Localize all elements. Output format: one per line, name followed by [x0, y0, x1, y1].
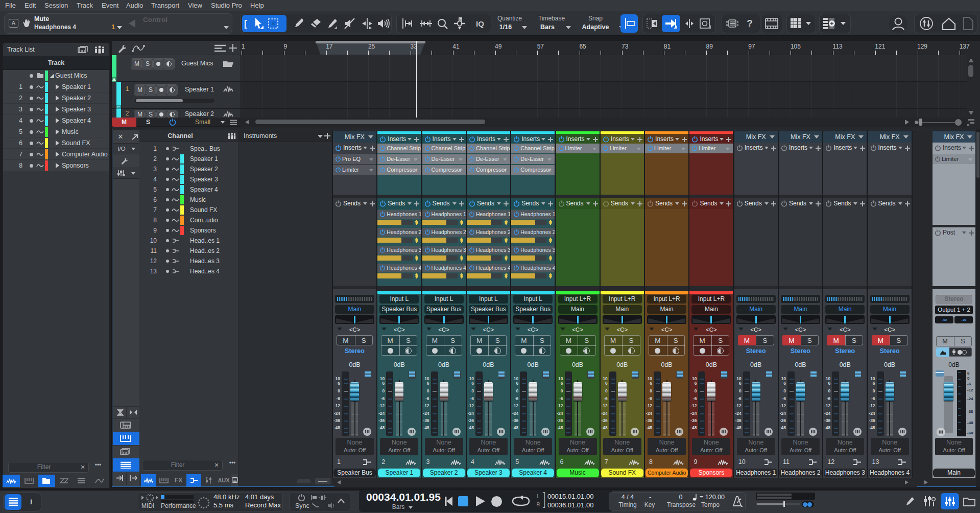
svg-text:b: b	[460, 18, 462, 21]
